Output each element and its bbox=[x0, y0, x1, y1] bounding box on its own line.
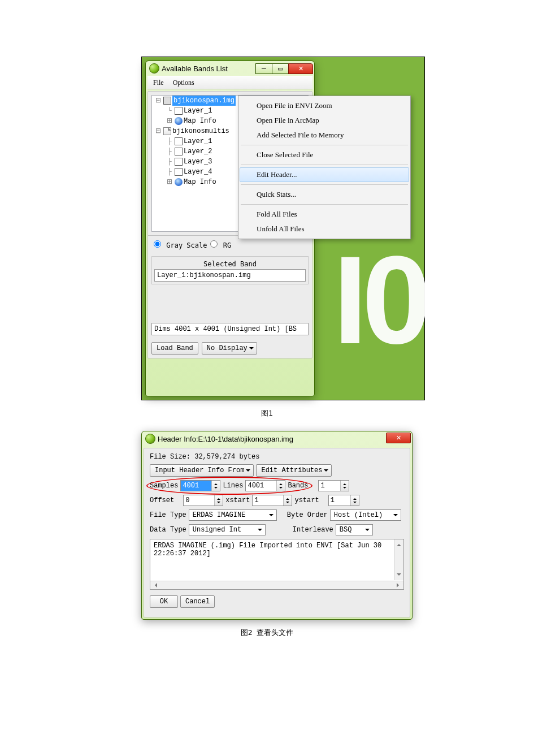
spin-down-icon[interactable] bbox=[341, 486, 349, 491]
ystart-input[interactable] bbox=[329, 495, 350, 506]
band-icon bbox=[175, 168, 183, 176]
offset-input[interactable] bbox=[184, 495, 214, 506]
data-type-label: Data Type bbox=[150, 526, 186, 534]
samples-input[interactable] bbox=[181, 481, 211, 491]
ctx-open-envi-zoom[interactable]: Open File in ENVI Zoom bbox=[240, 98, 409, 113]
spin-up-icon[interactable] bbox=[277, 481, 285, 486]
titlebar[interactable]: Header Info:E:\10-1\data\bjikonospan.img… bbox=[142, 431, 412, 446]
scrollbar-vertical[interactable] bbox=[394, 539, 403, 580]
menu-options[interactable]: Options bbox=[168, 77, 199, 88]
separator bbox=[241, 165, 408, 165]
ctx-open-arcmap[interactable]: Open File in ArcMap bbox=[240, 113, 409, 128]
offset-label: Offset bbox=[150, 496, 174, 504]
description-text: ERDAS IMAGINE (.img) File Imported into … bbox=[154, 542, 400, 558]
radio-rgb[interactable]: RG bbox=[210, 240, 231, 249]
scrollbar-horizontal[interactable] bbox=[150, 581, 403, 589]
radio-grayscale[interactable]: Gray Scale bbox=[154, 240, 207, 249]
lines-input[interactable] bbox=[246, 481, 276, 491]
spin-up-icon[interactable] bbox=[215, 495, 223, 500]
separator bbox=[241, 184, 408, 185]
dims-readout: Dims 4001 x 4001 (Unsigned Int) [BS bbox=[151, 323, 309, 335]
cancel-button[interactable]: Cancel bbox=[180, 595, 215, 608]
lines-spinner[interactable] bbox=[245, 480, 285, 491]
ctx-unfold-all[interactable]: Unfold All Files bbox=[240, 222, 409, 236]
spin-up-icon[interactable] bbox=[212, 481, 220, 486]
samples-lines-bands-row: Samples Lines Bands bbox=[150, 480, 404, 491]
load-band-button[interactable]: Load Band bbox=[151, 342, 198, 355]
envi-icon bbox=[149, 63, 159, 74]
bands-label: Bands bbox=[288, 482, 308, 490]
file-size-label: File Size: 32,579,274 bytes bbox=[150, 453, 404, 461]
bands-spinner[interactable] bbox=[318, 480, 349, 491]
samples-label: Samples bbox=[150, 482, 178, 490]
display-selector[interactable]: No Display bbox=[202, 342, 257, 355]
context-menu: Open File in ENVI Zoom Open File in ArcM… bbox=[238, 96, 411, 239]
ok-button[interactable]: OK bbox=[150, 595, 178, 608]
tree-file-1-label: bjikonospan.img bbox=[172, 96, 236, 106]
selected-band-label: Selected Band bbox=[154, 259, 306, 269]
close-button[interactable]: ✕ bbox=[288, 63, 313, 74]
window-title: Header Info:E:\10-1\data\bjikonospan.img bbox=[158, 435, 411, 443]
band-icon bbox=[175, 148, 183, 155]
ctx-quick-stats[interactable]: Quick Stats... bbox=[240, 187, 409, 202]
desktop-background: I0 Available Bands List ─ ▭ ✕ File Optio… bbox=[141, 57, 425, 400]
ctx-add-to-memory[interactable]: Add Selected File to Memory bbox=[240, 128, 409, 142]
band-icon bbox=[175, 158, 183, 166]
file-type-combo[interactable]: ERDAS IMAGINE bbox=[189, 509, 277, 521]
spin-up-icon[interactable] bbox=[351, 495, 359, 500]
selected-band-group: Selected Band Layer_1:bjikonospan.img bbox=[151, 256, 309, 284]
input-header-from-button[interactable]: Input Header Info From bbox=[150, 464, 254, 477]
band-icon bbox=[175, 107, 183, 115]
globe-icon bbox=[175, 178, 183, 186]
tree-file-2-label: bjikonosmultis bbox=[172, 126, 229, 136]
bands-input[interactable] bbox=[319, 481, 340, 491]
interleave-combo[interactable]: BSQ bbox=[336, 524, 373, 535]
xstart-input[interactable] bbox=[253, 495, 283, 506]
byte-order-label: Byte Order bbox=[287, 511, 328, 519]
spin-down-icon[interactable] bbox=[215, 500, 223, 506]
file-icon bbox=[163, 127, 171, 135]
byte-order-combo[interactable]: Host (Intel) bbox=[330, 509, 401, 521]
spin-down-icon[interactable] bbox=[284, 500, 292, 506]
ctx-close-selected[interactable]: Close Selected File bbox=[240, 148, 409, 162]
samples-spinner[interactable] bbox=[180, 480, 220, 491]
offset-spinner[interactable] bbox=[183, 495, 223, 506]
spin-down-icon[interactable] bbox=[351, 500, 359, 506]
header-info-window: Header Info:E:\10-1\data\bjikonospan.img… bbox=[141, 431, 413, 620]
titlebar[interactable]: Available Bands List ─ ▭ ✕ bbox=[146, 61, 314, 76]
separator bbox=[241, 145, 408, 145]
figure-2-caption: 图2 查看头文件 bbox=[141, 620, 393, 650]
menu-file[interactable]: File bbox=[149, 77, 168, 88]
display-mode-radios: Gray Scale RG bbox=[148, 237, 312, 253]
xstart-label: xstart bbox=[225, 496, 250, 504]
spin-up-icon[interactable] bbox=[284, 495, 292, 500]
lines-label: Lines bbox=[223, 482, 243, 490]
ctx-fold-all[interactable]: Fold All Files bbox=[240, 207, 409, 222]
minimize-button[interactable]: ─ bbox=[255, 63, 272, 74]
ctx-edit-header[interactable]: Edit Header... bbox=[240, 167, 409, 182]
spin-up-icon[interactable] bbox=[341, 481, 349, 486]
data-type-combo[interactable]: Unsigned Int bbox=[189, 524, 266, 535]
spin-down-icon[interactable] bbox=[277, 486, 285, 491]
selected-band-value: Layer_1:bjikonospan.img bbox=[154, 269, 306, 282]
maximize-button[interactable]: ▭ bbox=[272, 63, 289, 74]
menu-bar: File Options bbox=[147, 76, 312, 89]
description-textarea[interactable]: ERDAS IMAGINE (.img) File Imported into … bbox=[150, 539, 404, 590]
ystart-spinner[interactable] bbox=[328, 495, 359, 506]
envi-icon bbox=[145, 434, 155, 444]
offset-row: Offset xstart ystart bbox=[150, 495, 404, 506]
window-title: Available Bands List bbox=[162, 64, 256, 73]
globe-icon bbox=[175, 117, 183, 125]
file-type-label: File Type bbox=[150, 511, 186, 519]
separator bbox=[241, 204, 408, 205]
edit-attributes-button[interactable]: Edit Attributes bbox=[256, 464, 332, 477]
close-button[interactable]: ✕ bbox=[386, 433, 411, 443]
band-icon bbox=[175, 137, 183, 145]
file-icon bbox=[163, 97, 171, 105]
spin-down-icon[interactable] bbox=[212, 486, 220, 491]
figure-1-caption: 图1 bbox=[141, 400, 393, 431]
interleave-label: Interleave bbox=[293, 526, 333, 534]
xstart-spinner[interactable] bbox=[252, 495, 292, 506]
ystart-label: ystart bbox=[294, 496, 319, 504]
desktop-watermark: I0 bbox=[333, 238, 426, 362]
